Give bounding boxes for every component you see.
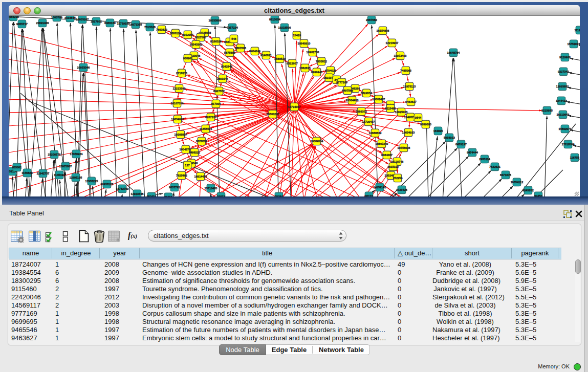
svg-text:9115460: 9115460 [385, 107, 396, 110]
svg-text:127: 127 [185, 164, 189, 167]
svg-text:1733426: 1733426 [396, 188, 407, 191]
svg-text:2718176: 2718176 [176, 72, 187, 75]
svg-text:9686290: 9686290 [9, 16, 19, 18]
svg-text:2867608: 2867608 [235, 47, 246, 50]
svg-text:14139141: 14139141 [374, 186, 386, 189]
svg-text:9146821: 9146821 [260, 54, 272, 57]
svg-text:9657791: 9657791 [169, 186, 180, 189]
svg-text:25300295: 25300295 [267, 113, 279, 116]
svg-text:20364436: 20364436 [346, 99, 359, 102]
svg-text:10853267: 10853267 [76, 18, 89, 21]
svg-text:18724007: 18724007 [288, 105, 301, 108]
svg-text:6794028: 6794028 [325, 69, 336, 72]
svg-text:20691406: 20691406 [36, 21, 49, 25]
svg-text:1527602: 1527602 [91, 20, 102, 23]
svg-text:8660124: 8660124 [170, 32, 182, 35]
svg-text:9245652: 9245652 [522, 189, 534, 192]
svg-text:8678332: 8678332 [196, 140, 207, 143]
svg-text:1244413: 1244413 [556, 99, 567, 102]
svg-text:988961: 988961 [183, 57, 193, 60]
svg-text:7625402: 7625402 [176, 174, 187, 177]
svg-text:9777169: 9777169 [336, 81, 347, 84]
svg-text:10719155: 10719155 [117, 22, 130, 25]
svg-text:1145194: 1145194 [54, 173, 65, 177]
svg-text:16210643: 16210643 [557, 113, 570, 116]
svg-text:1156829: 1156829 [21, 171, 32, 174]
svg-text:16543362: 16543362 [190, 43, 203, 46]
svg-text:1112491: 1112491 [574, 29, 580, 32]
svg-text:817006: 817006 [211, 102, 221, 105]
svg-text:18640910: 18640910 [298, 42, 311, 45]
svg-text:6479197: 6479197 [455, 143, 467, 146]
svg-text:12213967: 12213967 [386, 41, 399, 45]
svg-text:9474444: 9474444 [467, 151, 478, 154]
svg-text:7632621: 7632621 [489, 165, 500, 168]
svg-text:16107554: 16107554 [171, 102, 184, 105]
svg-text:5498222: 5498222 [189, 151, 200, 154]
svg-text:19654923: 19654923 [402, 131, 415, 134]
svg-text:7986372: 7986372 [356, 110, 367, 113]
svg-text:7955812: 7955812 [316, 60, 327, 63]
svg-text:12942737: 12942737 [37, 172, 50, 175]
svg-text:15751074: 15751074 [568, 42, 580, 46]
svg-text:12975115: 12975115 [403, 85, 416, 88]
svg-text:16914479: 16914479 [194, 175, 207, 178]
svg-text:1362615: 1362615 [299, 67, 311, 70]
svg-text:8427552: 8427552 [213, 90, 225, 93]
svg-text:10025453: 10025453 [395, 111, 408, 114]
svg-text:13975867: 13975867 [59, 165, 72, 168]
svg-text:8267130: 8267130 [205, 116, 216, 119]
svg-text:7357224: 7357224 [227, 26, 238, 29]
svg-text:10654112: 10654112 [511, 181, 524, 184]
svg-text:25206576: 25206576 [48, 153, 61, 156]
svg-text:12213369: 12213369 [173, 87, 186, 90]
svg-text:2935114: 2935114 [479, 158, 490, 161]
svg-text:15419: 15419 [293, 34, 301, 37]
svg-text:2087682: 2087682 [366, 18, 377, 21]
svg-text:9544: 9544 [415, 116, 422, 119]
svg-text:1588520: 1588520 [274, 57, 286, 60]
svg-text:9129966: 9129966 [559, 56, 571, 59]
svg-text:12093852: 12093852 [556, 85, 569, 88]
svg-text:8813054: 8813054 [269, 18, 281, 21]
svg-text:7663822: 7663822 [156, 28, 167, 31]
svg-text:8215955: 8215955 [541, 109, 553, 112]
svg-text:164095: 164095 [433, 129, 443, 133]
svg-text:9055717: 9055717 [16, 23, 28, 26]
svg-text:546: 546 [231, 37, 236, 40]
svg-text:10688609: 10688609 [369, 132, 382, 135]
svg-text:19384554: 19384554 [311, 140, 324, 143]
svg-text:19218506: 19218506 [278, 26, 291, 29]
svg-text:10973493: 10973493 [394, 54, 407, 57]
svg-text:18807249: 18807249 [376, 142, 388, 145]
svg-text:16154808: 16154808 [377, 29, 389, 32]
svg-text:17016504: 17016504 [562, 143, 575, 146]
svg-text:19654925: 19654925 [171, 118, 184, 121]
svg-text:17957225: 17957225 [85, 180, 98, 183]
svg-text:7485063: 7485063 [400, 69, 411, 72]
svg-text:9463627: 9463627 [405, 100, 417, 103]
svg-text:9699695: 9699695 [420, 123, 431, 126]
svg-text:11353594: 11353594 [200, 127, 212, 130]
svg-text:17359924: 17359924 [70, 152, 83, 156]
svg-text:15692971: 15692971 [559, 127, 572, 130]
svg-text:2103845: 2103845 [64, 16, 76, 19]
svg-text:16648784: 16648784 [447, 51, 461, 54]
svg-text:8471676: 8471676 [500, 173, 511, 177]
svg-text:9084067: 9084067 [381, 154, 393, 157]
svg-text:835061: 835061 [12, 166, 22, 169]
svg-text:10756928: 10756928 [398, 146, 410, 149]
svg-text:10958107: 10958107 [101, 183, 114, 186]
svg-text:15716485: 15716485 [205, 187, 217, 190]
svg-text:8322037: 8322037 [287, 62, 298, 65]
svg-text:1003799: 1003799 [51, 16, 62, 19]
svg-text:8990448: 8990448 [311, 71, 322, 74]
svg-text:8912954: 8912954 [182, 33, 194, 36]
svg-text:9327500: 9327500 [195, 36, 206, 39]
svg-text:252254: 252254 [393, 177, 403, 180]
svg-text:9242848: 9242848 [221, 65, 232, 68]
svg-text:5938923: 5938923 [444, 136, 455, 139]
svg-text:116753: 116753 [570, 156, 579, 159]
svg-text:5875685: 5875685 [224, 51, 235, 54]
svg-text:2803144: 2803144 [217, 77, 229, 80]
